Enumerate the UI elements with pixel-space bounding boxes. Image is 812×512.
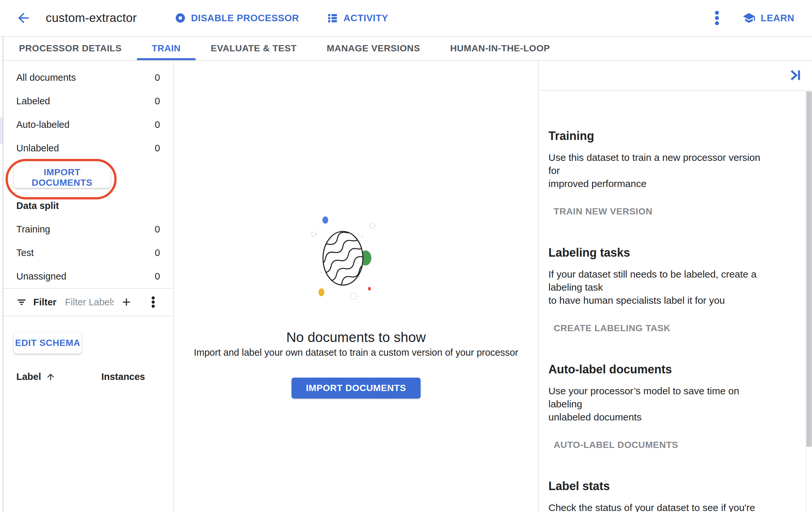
empty-state-illustration (311, 211, 389, 312)
back-arrow-icon (16, 10, 31, 26)
create-labeling-task-button[interactable]: CREATE LABELING TASK (548, 322, 676, 334)
filter-label: Labeled (16, 96, 50, 107)
sidebar-item-all-documents[interactable]: All documents 0 (3, 66, 173, 89)
documents-empty-state: No documents to show Import and label yo… (174, 61, 539, 512)
plus-icon (120, 296, 133, 308)
page-header: custom-extractor DISABLE PROCESSOR ACTIV… (0, 0, 812, 36)
empty-state-subtitle: Import and label your own dataset to tra… (174, 347, 538, 358)
tab-train[interactable]: TRAIN (137, 36, 196, 60)
sidebar-item-labeled[interactable]: Labeled 0 (3, 89, 173, 113)
filter-label: Auto-labeled (16, 119, 69, 130)
header-overflow-menu-button[interactable] (710, 9, 724, 26)
section-body-label-stats: Check the status of your dataset to see … (548, 501, 773, 512)
add-label-button[interactable] (120, 296, 133, 308)
tab-processor-details[interactable]: PROCESSOR DETAILS (4, 36, 137, 60)
label-column-sort[interactable]: Label (16, 371, 56, 382)
panel-toolbar (540, 61, 812, 91)
tab-evaluate-test[interactable]: EVALUATE & TEST (196, 36, 312, 60)
filter-label: Training (16, 224, 50, 235)
filter-count: 0 (155, 224, 160, 235)
page-title: custom-extractor (46, 11, 137, 25)
activity-list-icon (327, 12, 338, 24)
activity-button[interactable]: ACTIVITY (327, 12, 388, 24)
graduation-cap-icon (743, 11, 755, 25)
processor-tabs: PROCESSOR DETAILS TRAIN EVALUATE & TEST … (0, 36, 812, 61)
sidebar-item-unlabeled[interactable]: Unlabeled 0 (3, 136, 173, 160)
data-split-list: Training 0 Test 0 Unassigned 0 (3, 217, 173, 289)
filter-count: 0 (155, 247, 160, 258)
import-documents-primary-button[interactable]: IMPORT DOCUMENTS (292, 378, 421, 399)
nav-rail-highlight (0, 117, 3, 144)
learn-label: LEARN (761, 13, 794, 24)
label-overflow-menu-button[interactable] (148, 296, 159, 308)
filter-labels-input[interactable] (65, 297, 114, 308)
dataset-actions-panel: Training Use this dataset to train a new… (540, 61, 812, 512)
filter-label: All documents (16, 72, 76, 83)
stop-circle-icon (175, 12, 186, 24)
back-button[interactable] (15, 9, 32, 26)
collapse-panel-button[interactable] (787, 68, 803, 83)
section-title-labeling-tasks: Labeling tasks (548, 246, 773, 260)
filter-label: Test (16, 247, 34, 258)
sort-ascending-icon (46, 372, 56, 382)
section-body-training: Use this dataset to train a new processo… (548, 151, 773, 190)
filter-count: 0 (155, 143, 160, 154)
section-title-auto-label: Auto-label documents (548, 362, 773, 377)
filter-count: 0 (155, 119, 160, 130)
section-body-labeling-tasks: If your dataset still needs to be labele… (548, 268, 773, 307)
tab-manage-versions[interactable]: MANAGE VERSIONS (312, 36, 435, 60)
label-column-header: Label (16, 371, 41, 382)
edit-schema-button[interactable]: EDIT SCHEMA (14, 332, 82, 354)
import-documents-sidebar-button[interactable]: IMPORT DOCUMENTS (14, 167, 110, 188)
filter-count: 0 (155, 72, 160, 83)
disable-processor-button[interactable]: DISABLE PROCESSOR (175, 12, 299, 24)
train-new-version-button[interactable]: TRAIN NEW VERSION (548, 205, 658, 218)
tab-human-in-the-loop[interactable]: HUMAN-IN-THE-LOOP (435, 36, 565, 60)
filter-count: 0 (155, 271, 160, 282)
instances-column-header: Instances (101, 371, 145, 382)
section-title-label-stats: Label stats (548, 479, 773, 493)
disable-processor-label: DISABLE PROCESSOR (191, 13, 299, 24)
filter-label: Unassigned (16, 271, 66, 282)
more-vert-icon (148, 296, 159, 308)
document-filter-list: All documents 0 Labeled 0 Auto-labeled 0… (3, 66, 173, 160)
filter-list-icon (16, 297, 27, 307)
collapse-right-icon (788, 68, 802, 82)
section-title-training: Training (548, 129, 773, 143)
label-filter-row: Filter (3, 289, 173, 316)
more-vert-icon (710, 9, 724, 26)
sidebar-item-auto-labeled[interactable]: Auto-labeled 0 (3, 113, 173, 136)
learn-button[interactable]: LEARN (743, 11, 794, 25)
filter-count: 0 (155, 96, 160, 107)
panel-scrollbar-thumb[interactable] (807, 91, 812, 447)
section-body-auto-label: Use your processor’s model to save time … (548, 384, 773, 424)
document-ai-train-page: custom-extractor DISABLE PROCESSOR ACTIV… (0, 0, 812, 512)
filter-title: Filter (33, 297, 57, 308)
sidebar-item-test[interactable]: Test 0 (3, 241, 173, 265)
panel-content: Training Use this dataset to train a new… (540, 129, 812, 512)
data-split-heading: Data split (3, 200, 173, 212)
collapsed-nav-rail (0, 37, 3, 512)
sidebar-item-training[interactable]: Training 0 (3, 217, 173, 241)
sidebar-item-unassigned[interactable]: Unassigned 0 (3, 265, 173, 288)
auto-label-documents-button[interactable]: AUTO-LABEL DOCUMENTS (548, 439, 683, 451)
activity-label: ACTIVITY (344, 13, 388, 24)
filter-label: Unlabeled (16, 143, 59, 154)
dataset-sidebar: All documents 0 Labeled 0 Auto-labeled 0… (3, 61, 174, 512)
panel-scrollbar-track (806, 91, 812, 512)
label-table-header: Label Instances (3, 371, 173, 382)
empty-state-title: No documents to show (174, 329, 538, 345)
